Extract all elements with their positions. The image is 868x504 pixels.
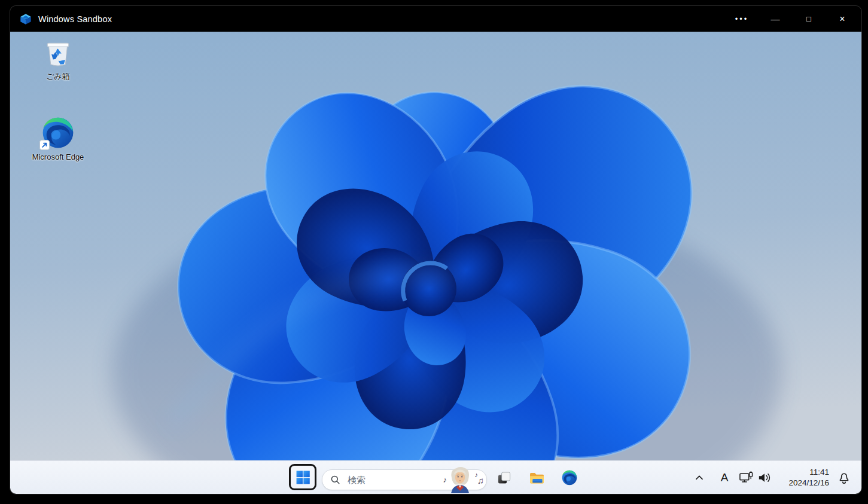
more-options-button[interactable]: ••• [725,6,759,32]
window-title: Windows Sandbox [38,14,112,24]
search-input[interactable] [346,474,421,485]
shortcut-arrow-icon [39,140,50,150]
volume-icon [757,471,772,484]
windows-logo-icon [296,470,310,485]
search-box[interactable]: ♪ ♪ ♫ [322,469,487,490]
clock-time: 11:41 [779,467,829,478]
music-note-left: ♪ [443,475,447,484]
start-button[interactable] [289,464,316,490]
taskbar: ♪ ♪ ♫ A 11:41 2024/1 [10,460,861,494]
volume-button[interactable] [755,466,774,490]
desktop-icon-edge[interactable]: Microsoft Edge [28,115,88,161]
ime-indicator[interactable]: A [715,466,733,490]
edge-taskbar-button[interactable] [556,465,583,490]
file-explorer-button[interactable] [523,465,550,490]
edge-icon [561,469,578,486]
desktop-icon-recycle-bin[interactable]: ごみ箱 [28,39,88,82]
folder-icon [528,469,546,487]
task-view-button[interactable] [491,465,517,490]
chevron-up-icon [693,471,706,484]
tray-overflow-button[interactable] [690,466,708,490]
bell-icon [837,471,851,485]
bloom-wallpaper [10,32,861,460]
network-icon [739,471,754,485]
windows-sandbox-icon [19,13,32,26]
close-button[interactable]: × [826,6,859,32]
music-note-right-big: ♫ [477,475,484,485]
search-icon [330,474,341,485]
minimize-button[interactable]: — [759,6,792,32]
sandbox-window: Windows Sandbox ••• — □ × [10,6,861,494]
recycle-bin-icon [43,39,73,69]
network-button[interactable] [737,466,755,490]
system-tray: A 11:41 2024/12/16 [690,461,861,494]
composer-portrait [448,466,472,493]
notification-bell-button[interactable] [835,466,854,490]
desktop-icon-label: Microsoft Edge [32,152,84,161]
desktop-icon-label: ごみ箱 [46,71,70,82]
desktop[interactable]: ごみ箱 Microsoft Edge [10,32,861,460]
clock[interactable]: 11:41 2024/12/16 [779,467,829,488]
clock-date: 2024/12/16 [779,478,829,488]
edge-icon-wrap [41,115,75,150]
maximize-button[interactable]: □ [792,6,826,32]
titlebar: Windows Sandbox ••• — □ × [10,6,861,32]
task-view-icon [496,470,512,486]
